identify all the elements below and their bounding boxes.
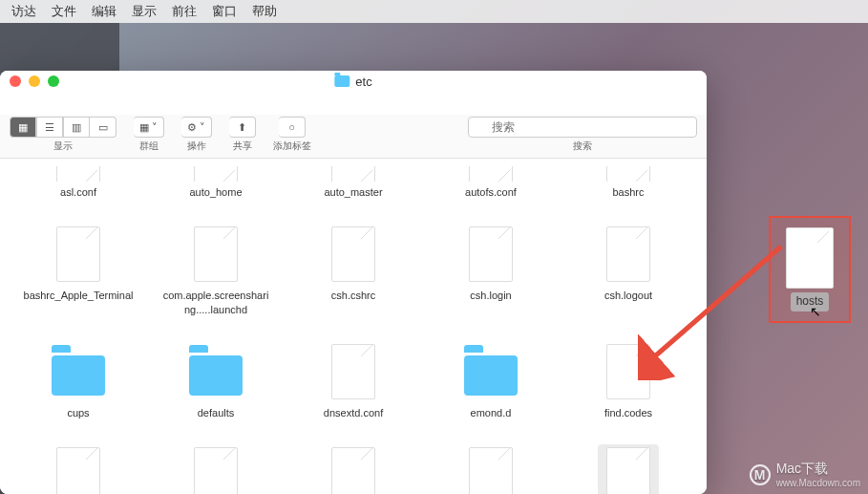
file-item-emond-d[interactable]: emond.d	[432, 333, 550, 427]
file-name: bashrc	[612, 185, 644, 199]
list-view-button[interactable]: ☰	[36, 117, 63, 138]
file-name: defaults	[198, 406, 235, 419]
document-icon	[460, 224, 521, 285]
document-icon	[323, 341, 384, 402]
file-item-gettytab[interactable]: gettytab	[294, 437, 413, 494]
file-item-find-codes[interactable]: find.codes	[569, 333, 688, 427]
window-controls	[10, 75, 59, 87]
document-icon	[598, 224, 659, 285]
menu-edit[interactable]: 编辑	[92, 3, 116, 20]
watermark: M Mac下载 www.Macdown.com	[750, 461, 860, 488]
icon-view-button[interactable]: ▦	[10, 117, 36, 138]
menu-help[interactable]: 帮助	[252, 3, 277, 20]
column-view-button[interactable]: ▥	[63, 117, 90, 138]
file-name: cups	[67, 406, 89, 419]
file-name: csh.login	[470, 289, 511, 302]
document-icon	[460, 444, 521, 494]
document-icon	[185, 224, 246, 285]
system-menubar: 访达 文件 编辑 显示 前往 窗口 帮助	[0, 0, 868, 23]
folder-icon	[334, 75, 349, 87]
file-name: dnsextd.conf	[324, 406, 383, 419]
file-item-fstab-hd[interactable]: fstab.hd	[19, 437, 138, 494]
finder-window: etc ▦ ☰ ▥ ▭ 显示 ▦ ˅ 群组 ⚙ ˅ 操作 ⬆ 共享 ○	[0, 71, 707, 494]
file-name: com.apple.screensharing.....launchd	[160, 289, 271, 316]
document-icon	[598, 444, 659, 494]
document-icon	[598, 341, 659, 402]
group-button[interactable]: ▦ ˅	[134, 117, 164, 138]
view-label: 显示	[53, 140, 73, 153]
watermark-brand: Mac下载	[776, 461, 860, 478]
menu-go[interactable]: 前往	[172, 3, 197, 20]
finder-titlebar: etc	[0, 71, 707, 115]
tags-button[interactable]: ○	[279, 117, 306, 138]
file-name: auto_master	[324, 185, 382, 199]
menu-file[interactable]: 文件	[52, 3, 76, 20]
file-item-bashrc[interactable]: bashrc	[569, 159, 688, 206]
finder-content[interactable]: asl.confauto_homeauto_masterautofs.confb…	[0, 159, 707, 494]
document-icon	[598, 166, 659, 182]
file-item-cups[interactable]: cups	[19, 333, 138, 427]
search-group: 搜索	[468, 117, 697, 153]
file-item-csh-cshrc[interactable]: csh.cshrc	[294, 216, 413, 324]
file-name: bashrc_Apple_Terminal	[24, 289, 134, 302]
action-group: ⚙ ˅ 操作	[181, 117, 212, 153]
minimize-button[interactable]	[29, 75, 40, 87]
file-item-auto-home[interactable]: auto_home	[157, 159, 275, 206]
file-name: csh.cshrc	[331, 289, 375, 302]
menu-finder[interactable]: 访达	[11, 3, 36, 20]
tags-group: ○ 添加标签	[273, 117, 311, 153]
watermark-url: www.Macdown.com	[776, 478, 860, 488]
document-icon	[185, 444, 246, 494]
window-title: etc	[334, 75, 371, 89]
file-item-auto-master[interactable]: auto_master	[294, 159, 413, 206]
share-button[interactable]: ⬆	[229, 117, 256, 138]
file-item-group[interactable]: group	[432, 437, 550, 494]
maximize-button[interactable]	[48, 75, 59, 87]
folder-icon	[460, 341, 521, 402]
desktop-file-hosts-highlighted[interactable]: hosts ↖	[769, 216, 851, 323]
file-name: auto_home	[189, 185, 242, 199]
share-label: 共享	[233, 140, 252, 153]
tags-label: 添加标签	[273, 140, 311, 153]
action-label: 操作	[187, 140, 206, 153]
search-input[interactable]	[468, 117, 697, 138]
folder-icon	[48, 341, 109, 402]
file-name: csh.logout	[604, 289, 652, 302]
file-name: find.codes	[604, 406, 652, 419]
file-item-asl-conf[interactable]: asl.conf	[19, 159, 138, 206]
menu-view[interactable]: 显示	[132, 3, 157, 20]
file-item-hosts[interactable]: hosts	[569, 437, 688, 494]
view-mode-group: ▦ ☰ ▥ ▭ 显示	[10, 117, 116, 153]
file-item-csh-login[interactable]: csh.login	[432, 216, 550, 324]
close-button[interactable]	[10, 75, 21, 87]
cursor-icon: ↖	[810, 304, 821, 319]
file-item-defaults[interactable]: defaults	[157, 333, 275, 427]
action-button[interactable]: ⚙ ˅	[181, 117, 212, 138]
document-icon	[48, 166, 109, 182]
folder-icon	[185, 341, 246, 402]
finder-toolbar: ▦ ☰ ▥ ▭ 显示 ▦ ˅ 群组 ⚙ ˅ 操作 ⬆ 共享 ○ 添加标签	[0, 115, 707, 159]
file-item-dnsextd-conf[interactable]: dnsextd.conf	[294, 333, 413, 427]
document-icon	[185, 166, 246, 182]
document-icon	[323, 224, 384, 285]
file-name: asl.conf	[60, 185, 96, 199]
menu-window[interactable]: 窗口	[212, 3, 237, 20]
document-icon	[48, 224, 109, 285]
document-icon	[460, 166, 521, 182]
search-label: 搜索	[573, 140, 592, 153]
watermark-logo-icon: M	[750, 464, 771, 485]
file-item-ftpusers[interactable]: ftpusers	[157, 437, 275, 494]
share-group: ⬆ 共享	[229, 117, 256, 153]
file-item-com-apple-screensharing-launchd[interactable]: com.apple.screensharing.....launchd	[157, 216, 275, 324]
group-label: 群组	[139, 140, 159, 153]
gallery-view-button[interactable]: ▭	[90, 117, 116, 138]
document-icon	[323, 444, 384, 494]
document-icon	[48, 444, 109, 494]
window-title-text: etc	[355, 75, 371, 89]
document-icon	[323, 166, 384, 182]
file-name: emond.d	[471, 406, 512, 419]
file-item-bashrc-apple-terminal[interactable]: bashrc_Apple_Terminal	[19, 216, 138, 324]
group-by-group: ▦ ˅ 群组	[134, 117, 164, 153]
file-item-csh-logout[interactable]: csh.logout	[569, 216, 688, 324]
file-item-autofs-conf[interactable]: autofs.conf	[432, 159, 550, 206]
